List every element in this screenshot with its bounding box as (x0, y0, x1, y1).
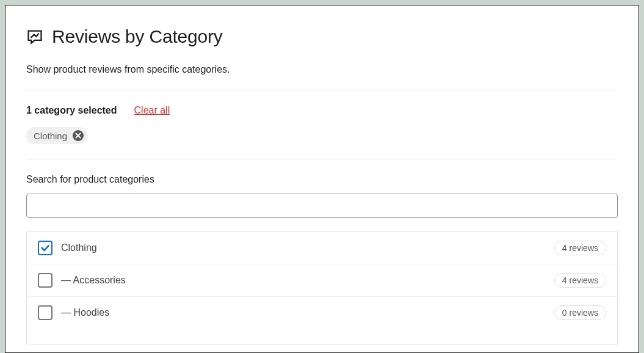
selected-count: 1 category selected (26, 105, 117, 116)
category-name: Clothing (61, 242, 554, 253)
category-name: — Hoodies (61, 307, 554, 318)
panel-description: Show product reviews from specific categ… (26, 64, 618, 90)
category-name: — Accessories (61, 275, 554, 286)
category-checkbox[interactable] (38, 273, 52, 288)
search-section: Search for product categories Clothing4 … (26, 159, 618, 344)
chip-clothing: Clothing (26, 127, 88, 144)
category-item[interactable]: — Hoodies0 reviews (27, 297, 617, 329)
panel-header: Reviews by Category (26, 26, 618, 47)
review-count-badge: 4 reviews (554, 273, 606, 288)
category-list-container: Clothing4 reviews— Accessories4 reviews—… (26, 231, 618, 344)
reviews-icon (26, 28, 43, 45)
search-label: Search for product categories (26, 174, 618, 185)
search-input[interactable] (26, 194, 618, 218)
chip-label: Clothing (34, 131, 67, 141)
category-checkbox[interactable] (38, 305, 52, 320)
page-title: Reviews by Category (52, 26, 223, 47)
review-count-badge: 0 reviews (554, 305, 606, 320)
category-item[interactable]: Clothing4 reviews (27, 232, 617, 264)
category-checkbox[interactable] (38, 241, 52, 255)
category-item[interactable]: — Accessories4 reviews (27, 264, 617, 297)
chip-remove-button[interactable] (72, 129, 84, 142)
review-count-badge: 4 reviews (554, 241, 606, 255)
category-list[interactable]: Clothing4 reviews— Accessories4 reviews—… (27, 232, 617, 344)
reviews-by-category-panel: Reviews by Category Show product reviews… (5, 5, 639, 353)
clear-all-link[interactable]: Clear all (134, 105, 170, 116)
selected-chips: Clothing (26, 127, 618, 144)
selection-summary: 1 category selected Clear all (26, 105, 618, 116)
